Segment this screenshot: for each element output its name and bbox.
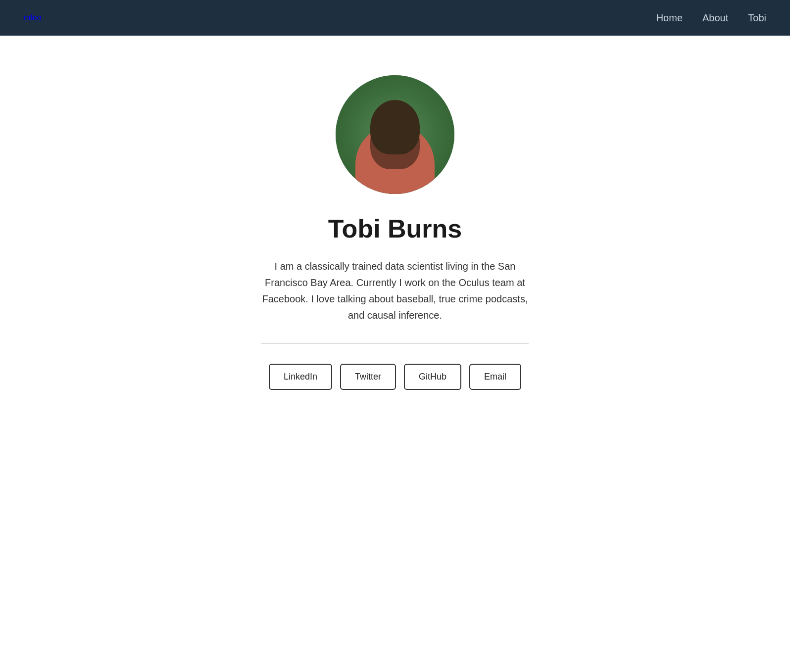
nav-brand[interactable]: mfeo: [24, 13, 42, 22]
profile-bio: I am a classically trained data scientis…: [261, 258, 529, 324]
linkedin-button[interactable]: LinkedIn: [269, 364, 332, 390]
twitter-button[interactable]: Twitter: [340, 364, 396, 390]
navbar: mfeo Home About Tobi: [0, 0, 790, 36]
nav-home-link[interactable]: Home: [656, 12, 683, 23]
github-button[interactable]: GitHub: [404, 364, 461, 390]
avatar: [336, 75, 454, 194]
avatar-image: [336, 75, 454, 194]
nav-links: Home About Tobi: [656, 12, 766, 24]
divider: [261, 343, 529, 344]
main-content: Tobi Burns I am a classically trained da…: [0, 36, 790, 430]
nav-tobi-link[interactable]: Tobi: [748, 12, 766, 23]
nav-about-link[interactable]: About: [702, 12, 728, 23]
email-button[interactable]: Email: [469, 364, 521, 390]
profile-name: Tobi Burns: [328, 214, 462, 243]
social-buttons: LinkedIn Twitter GitHub Email: [269, 364, 521, 390]
